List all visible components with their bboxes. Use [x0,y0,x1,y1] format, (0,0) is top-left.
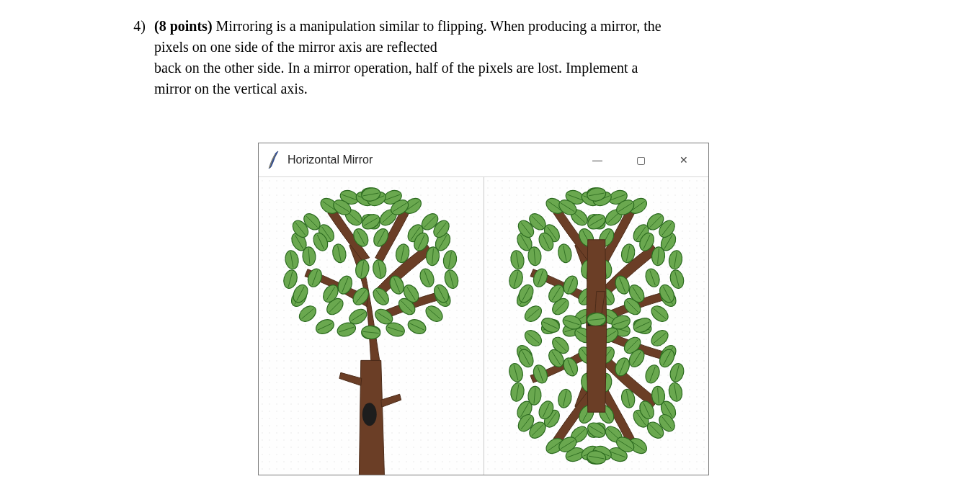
client-area [259,177,708,475]
question-number: 4) [115,16,154,37]
maximize-icon: ▢ [636,155,646,165]
minimize-button[interactable]: — [576,143,619,176]
question-block: 4) (8 points) Mirroring is a manipulatio… [115,16,764,99]
window-title: Horizontal Mirror [288,153,373,166]
minimize-icon: — [592,155,602,165]
question-line2: pixels on one side of the mirror axis ar… [154,39,437,55]
question-line3: back on the other side. In a mirror oper… [154,60,638,76]
question-line1: Mirroring is a manipulation similar to f… [213,18,662,34]
title-bar: Horizontal Mirror — ▢ ✕ [259,143,708,177]
left-image-pane [259,177,484,475]
right-image-pane [484,177,709,475]
points-label: (8 points) [154,18,213,34]
maximize-button[interactable]: ▢ [619,143,662,176]
question-line4: mirror on the vertical axis. [154,81,308,97]
app-window: Horizontal Mirror — ▢ ✕ [258,143,709,475]
page: 4) (8 points) Mirroring is a manipulatio… [0,0,980,497]
question-text: (8 points) Mirroring is a manipulation s… [154,16,764,99]
close-icon: ✕ [680,155,688,165]
python-feather-icon [266,150,280,170]
close-button[interactable]: ✕ [662,143,705,176]
